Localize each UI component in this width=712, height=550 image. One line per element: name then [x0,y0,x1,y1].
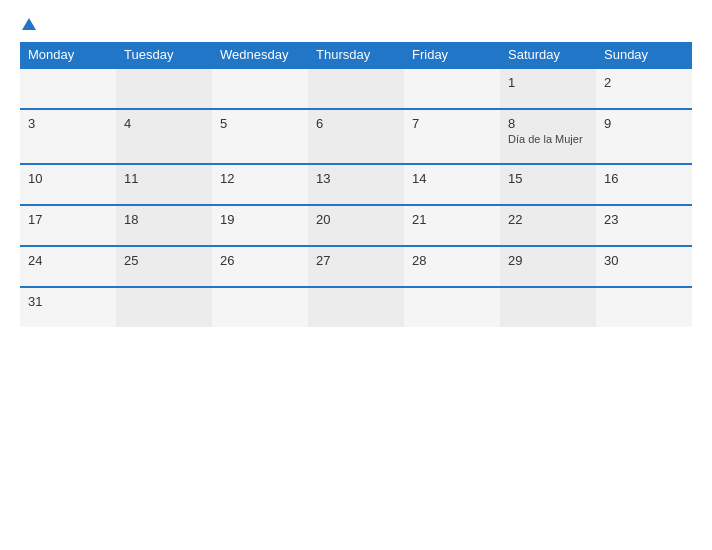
day-cell: 6 [308,109,404,164]
week-row-2: 345678Día de la Mujer9 [20,109,692,164]
day-number: 13 [316,171,396,186]
week-row-1: 12 [20,68,692,109]
day-cell: 10 [20,164,116,205]
day-number: 22 [508,212,588,227]
day-cell: 19 [212,205,308,246]
day-cell: 27 [308,246,404,287]
day-number: 29 [508,253,588,268]
logo [20,18,36,32]
day-cell [308,287,404,327]
calendar-grid: MondayTuesdayWednesdayThursdayFridaySatu… [20,42,692,327]
weekday-header-friday: Friday [404,42,500,68]
day-number: 20 [316,212,396,227]
day-cell: 30 [596,246,692,287]
day-number: 3 [28,116,108,131]
calendar-header [20,18,692,32]
day-number: 10 [28,171,108,186]
day-number: 24 [28,253,108,268]
day-cell [308,68,404,109]
day-cell: 1 [500,68,596,109]
day-number: 15 [508,171,588,186]
day-cell: 18 [116,205,212,246]
day-cell [116,68,212,109]
day-cell: 12 [212,164,308,205]
day-number: 7 [412,116,492,131]
day-number: 8 [508,116,588,131]
week-row-6: 31 [20,287,692,327]
logo-triangle-icon [22,18,36,30]
day-cell: 25 [116,246,212,287]
weekday-header-tuesday: Tuesday [116,42,212,68]
day-number: 28 [412,253,492,268]
day-number: 5 [220,116,300,131]
day-cell: 17 [20,205,116,246]
calendar-container: MondayTuesdayWednesdayThursdayFridaySatu… [0,0,712,550]
weekday-header-monday: Monday [20,42,116,68]
day-number: 25 [124,253,204,268]
week-row-3: 10111213141516 [20,164,692,205]
day-cell: 23 [596,205,692,246]
day-cell: 11 [116,164,212,205]
day-cell [500,287,596,327]
day-cell: 24 [20,246,116,287]
day-cell: 8Día de la Mujer [500,109,596,164]
day-number: 4 [124,116,204,131]
day-cell: 7 [404,109,500,164]
day-cell [212,68,308,109]
day-cell: 21 [404,205,500,246]
day-number: 9 [604,116,684,131]
weekday-header-row: MondayTuesdayWednesdayThursdayFridaySatu… [20,42,692,68]
day-cell [596,287,692,327]
day-number: 17 [28,212,108,227]
day-cell: 9 [596,109,692,164]
week-row-4: 17181920212223 [20,205,692,246]
day-cell: 3 [20,109,116,164]
weekday-header-wednesday: Wednesday [212,42,308,68]
day-cell: 15 [500,164,596,205]
day-number: 19 [220,212,300,227]
day-cell: 26 [212,246,308,287]
day-number: 12 [220,171,300,186]
day-number: 2 [604,75,684,90]
weekday-header-sunday: Sunday [596,42,692,68]
day-event: Día de la Mujer [508,133,588,145]
day-cell: 5 [212,109,308,164]
day-number: 27 [316,253,396,268]
day-number: 14 [412,171,492,186]
day-number: 23 [604,212,684,227]
day-cell: 28 [404,246,500,287]
day-cell [404,287,500,327]
day-cell: 31 [20,287,116,327]
day-number: 18 [124,212,204,227]
day-cell: 4 [116,109,212,164]
day-cell: 14 [404,164,500,205]
day-number: 30 [604,253,684,268]
week-row-5: 24252627282930 [20,246,692,287]
day-cell: 2 [596,68,692,109]
day-cell [404,68,500,109]
day-number: 16 [604,171,684,186]
day-cell [20,68,116,109]
weekday-header-thursday: Thursday [308,42,404,68]
day-cell [212,287,308,327]
day-number: 11 [124,171,204,186]
day-number: 26 [220,253,300,268]
day-number: 1 [508,75,588,90]
weekday-header-saturday: Saturday [500,42,596,68]
day-cell: 16 [596,164,692,205]
logo-blue-text [20,18,36,32]
day-number: 21 [412,212,492,227]
day-cell: 13 [308,164,404,205]
day-number: 6 [316,116,396,131]
day-cell [116,287,212,327]
day-cell: 20 [308,205,404,246]
day-cell: 29 [500,246,596,287]
day-cell: 22 [500,205,596,246]
day-number: 31 [28,294,108,309]
